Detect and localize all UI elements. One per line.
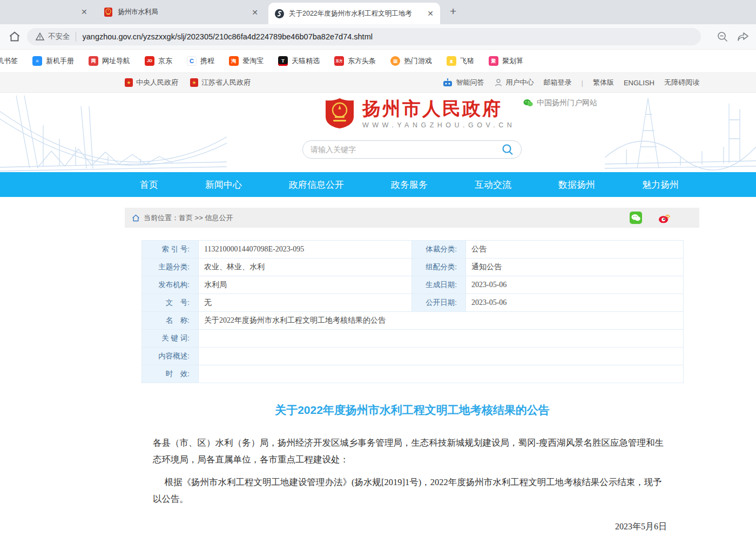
table-row: 文 号: 无 公开日期: 2023-05-06: [142, 294, 684, 312]
link-label: 繁体版: [593, 78, 614, 87]
bookmark-label: 天猫精选: [292, 56, 320, 66]
url-bar[interactable]: 不安全 yangzhou.gov.cn/yzszxxgk/slj/202305/…: [27, 28, 701, 45]
dongfang-favicon: 东方: [334, 56, 344, 66]
site-logo[interactable]: 扬州市人民政府 WWW.YANGZHOU.GOV.CN: [326, 98, 515, 129]
meta-value: 2023-05-06: [466, 294, 684, 312]
nav-home[interactable]: 首页: [140, 179, 158, 191]
table-row: 时 效:: [142, 365, 684, 383]
meta-value: [199, 330, 684, 348]
new-tab-button[interactable]: +: [450, 5, 456, 18]
portal-label[interactable]: 中国扬州门户网站: [523, 98, 597, 108]
nav-services[interactable]: 政务服务: [391, 179, 428, 191]
link-label: 中央人民政府: [136, 78, 178, 87]
bookmark-juhuasuan[interactable]: 聚聚划算: [489, 56, 523, 66]
bookmark-label: 热门游戏: [404, 56, 432, 66]
bookmark-games[interactable]: ▦热门游戏: [390, 56, 432, 66]
link-label: 邮箱登录: [544, 78, 572, 87]
link-jiangsu-gov[interactable]: ★ 江苏省人民政府: [190, 78, 251, 87]
breadcrumb-path[interactable]: 首页 >> 信息公开: [179, 213, 233, 223]
weibo-share-icon[interactable]: [658, 212, 671, 224]
site-domain: WWW.YANGZHOU.GOV.CN: [362, 121, 515, 129]
link-label: 无障碍阅读: [664, 78, 699, 87]
url-text: yangzhou.gov.cn/yzszxxgk/slj/202305/210c…: [83, 32, 373, 41]
tab-title: 扬州市水利局: [118, 8, 247, 17]
meta-value: 2023-05-06: [466, 276, 684, 294]
zoom-out-icon[interactable]: [716, 30, 729, 43]
close-icon[interactable]: ✕: [427, 10, 434, 17]
meta-label: 关 键 词:: [142, 330, 199, 348]
games-favicon: ▦: [390, 56, 400, 66]
close-icon[interactable]: ✕: [81, 8, 87, 16]
gov-emblem-favicon: [104, 8, 113, 17]
bookmark-navsite[interactable]: 网网址导航: [89, 56, 130, 66]
mail-login-link[interactable]: 邮箱登录: [544, 78, 572, 87]
bookmark-fliggy[interactable]: ᴥ飞猪: [447, 56, 474, 66]
meta-label: 生成日期:: [412, 276, 466, 294]
bookmark-label: 携程: [200, 56, 214, 66]
meta-value: 农业、林业、水利: [199, 258, 412, 276]
national-emblem-icon: [326, 98, 354, 128]
meta-value: [199, 365, 684, 383]
bookmark-jd[interactable]: JD京东: [145, 56, 172, 66]
bookmark-label: 京东: [158, 56, 172, 66]
bookmark-taobao[interactable]: 淘爱淘宝: [229, 56, 264, 66]
nav-news[interactable]: 新闻中心: [205, 179, 242, 191]
breadcrumb: 当前位置： 首页 >> 信息公开: [125, 208, 699, 228]
divider: [76, 32, 76, 42]
browser-logo-favicon: [275, 9, 284, 18]
meta-label: 名 称:: [142, 312, 199, 330]
meta-label: 文 号:: [142, 294, 199, 312]
link-label: 智能问答: [456, 78, 484, 87]
tmall-favicon: T: [278, 56, 288, 66]
portal-text: 中国扬州门户网站: [537, 98, 597, 108]
search-input[interactable]: [310, 145, 502, 154]
meta-value: 水利局: [199, 276, 412, 294]
search-icon[interactable]: [502, 144, 514, 155]
close-icon[interactable]: ✕: [252, 9, 258, 16]
ctrip-favicon: C: [187, 56, 197, 66]
robot-icon: [442, 78, 453, 87]
article-paragraph: 各县（市、区）水利（务）局，扬州经济开发区城乡事务管理局，生态科技新城规划建设局…: [153, 435, 665, 468]
bookmark-phone[interactable]: 机书签: [0, 56, 18, 66]
article-paragraph: 根据《扬州市水利工程文明工地建设管理办法》(扬水规[2019]1号)，2022年…: [153, 474, 665, 507]
tab-title: 关于2022年度扬州市水利工程文明工地考: [289, 9, 422, 18]
wechat-share-icon[interactable]: [630, 212, 642, 224]
table-row: 关 键 词:: [142, 330, 684, 348]
bookmark-tmall[interactable]: T天猫精选: [278, 56, 320, 66]
bookmark-label: 聚划算: [502, 56, 523, 66]
bookmark-manual[interactable]: ≡新机手册: [32, 56, 74, 66]
main-nav: 首页 新闻中心 政府信息公开 政务服务 互动交流 数据扬州 魅力扬州: [0, 172, 756, 197]
browser-tab-bar: ✕ 扬州市水利局 ✕ 关于2022年度扬州市水利工程文明工地考 ✕ +: [0, 0, 756, 24]
table-row: 内容概述:: [142, 348, 684, 365]
not-secure-warning-icon[interactable]: [36, 32, 44, 41]
traditional-version-link[interactable]: 繁体版: [593, 78, 614, 87]
home-breadcrumb-icon[interactable]: [132, 214, 140, 222]
link-label: 江苏省人民政府: [201, 78, 251, 87]
jd-favicon: JD: [145, 56, 154, 66]
bookmark-ctrip[interactable]: C携程: [187, 56, 214, 66]
nav-charm[interactable]: 魅力扬州: [642, 179, 679, 191]
nav-info-disclosure[interactable]: 政府信息公开: [289, 179, 344, 191]
article-date: 2023年5月6日: [141, 521, 683, 533]
bookmark-dongfang[interactable]: 东方东方头条: [334, 56, 376, 66]
meta-label: 公开日期:: [412, 294, 466, 312]
meta-label: 索 引 号:: [142, 241, 199, 258]
user-center-link[interactable]: 用户中心: [494, 78, 534, 87]
divider: |: [582, 79, 583, 87]
share-icon[interactable]: [737, 30, 750, 43]
meta-value: 11321000014407098E-2023-095: [199, 241, 412, 258]
wechat-icon: [523, 99, 533, 107]
smart-qa-link[interactable]: 智能问答: [442, 78, 484, 87]
home-icon[interactable]: [8, 30, 22, 44]
meta-label: 时 效:: [142, 365, 199, 383]
english-version-link[interactable]: ENGLISH: [624, 79, 654, 87]
nav-data[interactable]: 数据扬州: [558, 179, 595, 191]
bookmark-label: 东方头条: [348, 56, 376, 66]
address-toolbar: 不安全 yangzhou.gov.cn/yzszxxgk/slj/202305/…: [0, 24, 756, 50]
accessibility-link[interactable]: 无障碍阅读: [664, 78, 699, 87]
tab-shuiliju[interactable]: 扬州市水利局 ✕: [97, 0, 265, 24]
tab-active-announcement[interactable]: 关于2022年度扬州市水利工程文明工地考 ✕: [268, 3, 440, 24]
bookmark-label: 爱淘宝: [242, 56, 264, 66]
nav-interaction[interactable]: 互动交流: [475, 179, 511, 191]
link-central-gov[interactable]: ★ 中央人民政府: [125, 78, 178, 87]
